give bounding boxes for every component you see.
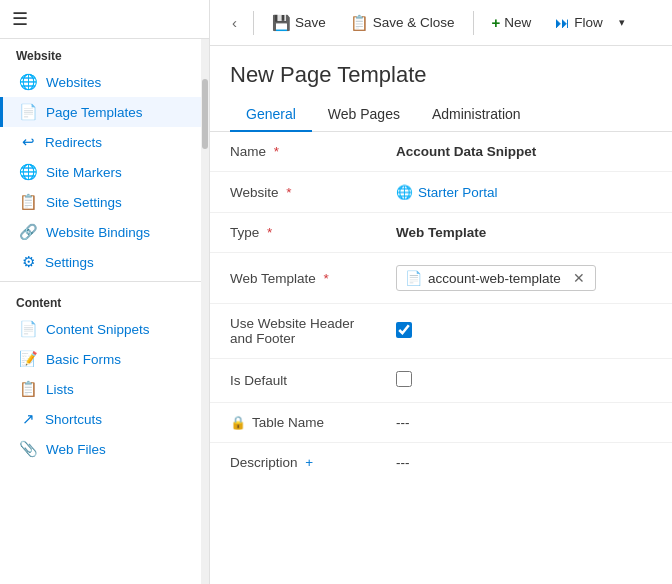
sidebar-scroll: Website 🌐 Websites 📄 Page Templates ↩ Re… (0, 39, 209, 584)
table-name-label: Table Name (252, 415, 324, 430)
sidebar-item-websites[interactable]: 🌐 Websites (0, 67, 209, 97)
web-template-clear-button[interactable]: ✕ (571, 270, 587, 286)
sidebar-item-settings-label: Settings (45, 255, 94, 270)
sidebar-item-site-settings[interactable]: 📋 Site Settings (0, 187, 209, 217)
sidebar-item-shortcuts[interactable]: ↗ Shortcuts (0, 404, 209, 434)
form-table: Name * Account Data Snippet Website * 🌐 … (210, 132, 672, 482)
sidebar-item-basic-forms[interactable]: 📝 Basic Forms (0, 344, 209, 374)
page-title: New Page Template (230, 62, 652, 88)
sidebar-item-redirects-label: Redirects (45, 135, 102, 150)
sidebar-item-web-files[interactable]: 📎 Web Files (0, 434, 209, 464)
sidebar-header: ☰ (0, 0, 209, 39)
sidebar-item-redirects[interactable]: ↩ Redirects (0, 127, 209, 157)
tabs: General Web Pages Administration (210, 98, 672, 132)
globe-icon: 🌐 (19, 73, 38, 91)
sidebar-item-websites-label: Websites (46, 75, 101, 90)
flow-dropdown-arrow[interactable]: ▾ (613, 11, 631, 34)
sidebar-item-website-bindings-label: Website Bindings (46, 225, 150, 240)
web-template-label: Web Template (230, 271, 316, 286)
sidebar-item-shortcuts-label: Shortcuts (45, 412, 102, 427)
flow-dropdown-group: ⏭ Flow ▾ (545, 9, 631, 36)
sidebar-item-content-snippets-label: Content Snippets (46, 322, 150, 337)
site-markers-icon: 🌐 (19, 163, 38, 181)
sidebar-item-lists[interactable]: 📋 Lists (0, 374, 209, 404)
use-website-header-checkbox[interactable] (396, 322, 412, 338)
form-row-name: Name * Account Data Snippet (210, 132, 672, 172)
sidebar: ☰ Website 🌐 Websites 📄 Page Templates ↩ … (0, 0, 210, 584)
sidebar-item-website-bindings[interactable]: 🔗 Website Bindings (0, 217, 209, 247)
form-row-website: Website * 🌐 Starter Portal (210, 172, 672, 213)
new-icon: + (492, 14, 501, 31)
name-label: Name (230, 144, 266, 159)
form-value-type: Web Template (380, 213, 672, 253)
form-label-type: Type * (210, 213, 380, 253)
save-close-label: Save & Close (373, 15, 455, 30)
form-row-is-default: Is Default (210, 359, 672, 403)
basic-forms-icon: 📝 (19, 350, 38, 368)
web-template-chip: 📄 account-web-template ✕ (396, 265, 596, 291)
main-content: ‹ 💾 Save 📋 Save & Close + New ⏭ Flow ▾ N… (210, 0, 672, 584)
form-label-website: Website * (210, 172, 380, 213)
toolbar-separator-1 (253, 11, 254, 35)
sidebar-item-site-markers-label: Site Markers (46, 165, 122, 180)
form-row-web-template: Web Template * 📄 account-web-template ✕ (210, 253, 672, 304)
description-required: + (305, 455, 313, 470)
website-required: * (286, 185, 291, 200)
hamburger-icon[interactable]: ☰ (12, 8, 28, 30)
website-link[interactable]: 🌐 Starter Portal (396, 184, 656, 200)
toolbar-separator-2 (473, 11, 474, 35)
web-template-required: * (324, 271, 329, 286)
sidebar-item-page-templates-label: Page Templates (46, 105, 143, 120)
sidebar-item-site-markers[interactable]: 🌐 Site Markers (0, 157, 209, 187)
sidebar-item-site-settings-label: Site Settings (46, 195, 122, 210)
sidebar-item-settings[interactable]: ⚙ Settings (0, 247, 209, 277)
shortcuts-icon: ↗ (19, 410, 37, 428)
save-button[interactable]: 💾 Save (262, 9, 336, 37)
form-label-description: Description + (210, 443, 380, 483)
sidebar-item-page-templates[interactable]: 📄 Page Templates (0, 97, 209, 127)
form-value-table-name: --- (380, 403, 672, 443)
website-portal-label: Starter Portal (418, 185, 498, 200)
tab-general[interactable]: General (230, 98, 312, 132)
website-globe-icon: 🌐 (396, 184, 413, 200)
flow-icon: ⏭ (555, 14, 570, 31)
lists-icon: 📋 (19, 380, 38, 398)
toolbar: ‹ 💾 Save 📋 Save & Close + New ⏭ Flow ▾ (210, 0, 672, 46)
tab-administration[interactable]: Administration (416, 98, 537, 132)
sidebar-item-content-snippets[interactable]: 📄 Content Snippets (0, 314, 209, 344)
save-label: Save (295, 15, 326, 30)
site-settings-icon: 📋 (19, 193, 38, 211)
website-label: Website (230, 185, 279, 200)
tab-web-pages[interactable]: Web Pages (312, 98, 416, 132)
form-label-name: Name * (210, 132, 380, 172)
sidebar-item-lists-label: Lists (46, 382, 74, 397)
sidebar-item-web-files-label: Web Files (46, 442, 106, 457)
form-row-description: Description + --- (210, 443, 672, 483)
name-required: * (274, 144, 279, 159)
file-icon: 📄 (405, 270, 422, 286)
web-template-chip-text: account-web-template (428, 271, 565, 286)
flow-button[interactable]: ⏭ Flow (545, 9, 613, 36)
form-value-is-default (380, 359, 672, 403)
form-value-web-template: 📄 account-web-template ✕ (380, 253, 672, 304)
save-close-icon: 📋 (350, 14, 369, 32)
form-label-use-website-header: Use Website Header and Footer (210, 304, 380, 359)
new-button[interactable]: + New (482, 9, 542, 36)
save-icon: 💾 (272, 14, 291, 32)
website-bindings-icon: 🔗 (19, 223, 38, 241)
lock-icon: 🔒 (230, 415, 246, 430)
settings-icon: ⚙ (19, 253, 37, 271)
form-value-use-website-header (380, 304, 672, 359)
page-header: New Page Template (210, 46, 672, 98)
type-required: * (267, 225, 272, 240)
content-section-label: Content (0, 286, 209, 314)
back-button[interactable]: ‹ (224, 9, 245, 36)
form-value-description: --- (380, 443, 672, 483)
description-label: Description (230, 455, 298, 470)
form-label-table-name: 🔒 Table Name (210, 403, 380, 443)
save-close-button[interactable]: 📋 Save & Close (340, 9, 465, 37)
form-value-name: Account Data Snippet (380, 132, 672, 172)
is-default-checkbox[interactable] (396, 371, 412, 387)
sidebar-item-basic-forms-label: Basic Forms (46, 352, 121, 367)
flow-label: Flow (574, 15, 603, 30)
